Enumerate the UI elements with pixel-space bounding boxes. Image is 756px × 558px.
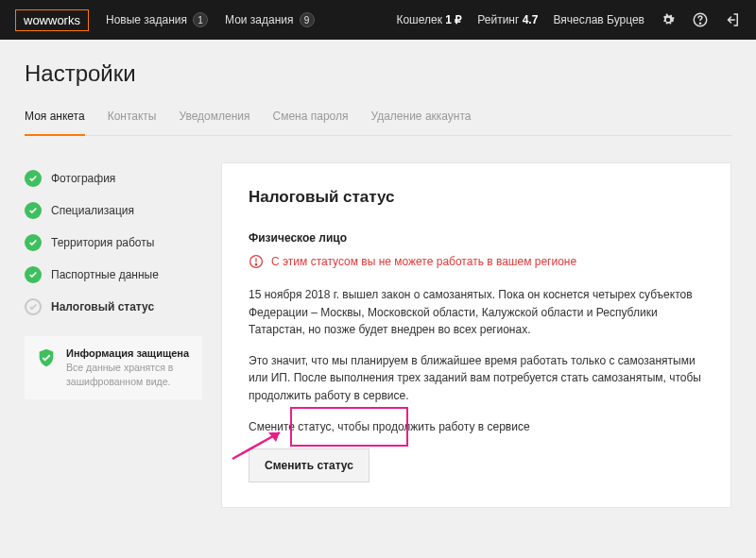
warning: С этим статусом вы не можете работать в … (249, 254, 704, 269)
step-territory[interactable]: Территория работы (25, 227, 202, 259)
check-icon (25, 202, 42, 219)
tab-contacts[interactable]: Контакты (108, 110, 157, 135)
nav-new-tasks-label: Новые задания (106, 13, 187, 26)
check-icon (25, 266, 42, 283)
help-icon[interactable] (692, 11, 709, 28)
username[interactable]: Вячеслав Бурцев (553, 13, 644, 26)
svg-point-4 (255, 263, 256, 264)
panel-p1: 15 ноября 2018 г. вышел закон о самозаня… (249, 286, 704, 339)
panel-heading: Налоговый статус (249, 188, 704, 207)
warning-text: С этим статусом вы не можете работать в … (271, 255, 576, 268)
shield-icon (36, 347, 57, 388)
logout-icon[interactable] (724, 11, 741, 28)
top-bar: wowworks Новые задания 1 Мои задания 9 К… (0, 0, 756, 40)
main-panel: Налоговый статус Физическое лицо С этим … (221, 162, 731, 508)
info-title: Информация защищена (66, 347, 191, 359)
tab-delete[interactable]: Удаление аккаунта (371, 110, 472, 135)
svg-point-1 (699, 23, 700, 24)
check-icon (25, 170, 42, 187)
tab-notifications[interactable]: Уведомления (179, 110, 249, 135)
change-status-button[interactable]: Сменить статус (249, 448, 369, 482)
panel-subheading: Физическое лицо (249, 231, 704, 245)
wallet[interactable]: Кошелек 1 ₽ (396, 13, 462, 26)
nav-new-tasks-count: 1 (193, 12, 208, 27)
step-photo[interactable]: Фотография (25, 162, 202, 194)
warning-icon (249, 254, 264, 269)
tab-profile[interactable]: Моя анкета (25, 110, 85, 136)
gear-icon[interactable] (660, 11, 677, 28)
nav-my-tasks-label: Мои задания (225, 13, 294, 26)
tab-password[interactable]: Смена пароля (273, 110, 349, 135)
check-icon (25, 298, 42, 315)
tabs: Моя анкета Контакты Уведомления Смена па… (25, 110, 731, 136)
panel-p3: Смените статус, чтобы продолжить работу … (249, 418, 704, 436)
info-desc: Все данные хранятся в зашифрованном виде… (66, 361, 191, 388)
step-specialization[interactable]: Специализация (25, 194, 202, 227)
top-right: Кошелек 1 ₽ Рейтинг 4.7 Вячеслав Бурцев (396, 11, 741, 28)
nav-my-tasks-count: 9 (300, 12, 315, 27)
step-passport[interactable]: Паспортные данные (25, 259, 202, 291)
rating[interactable]: Рейтинг 4.7 (477, 13, 538, 26)
check-icon (25, 234, 42, 251)
logo[interactable]: wowworks (15, 9, 89, 31)
info-box: Информация защищена Все данные хранятся … (25, 336, 202, 399)
step-tax-status[interactable]: Налоговый статус (25, 291, 202, 323)
page-title: Настройки (25, 60, 731, 87)
panel-p2: Это значит, что мы планируем в ближайшее… (249, 352, 704, 405)
nav-new-tasks[interactable]: Новые задания 1 (106, 12, 208, 27)
nav-my-tasks[interactable]: Мои задания 9 (225, 12, 315, 27)
sidebar: Фотография Специализация Территория рабо… (25, 162, 202, 508)
